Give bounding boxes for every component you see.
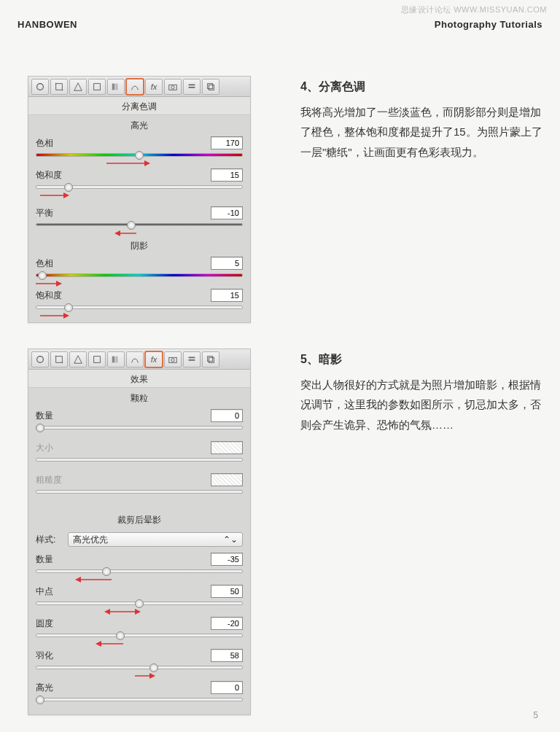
tool-camera-icon[interactable] — [164, 351, 182, 367]
feather-slider[interactable] — [36, 663, 243, 672]
section4-text: 4、分离色调 我将高光增加了一些淡蓝色，而阴影部分则是增加了橙色，整体饱和度都是… — [300, 76, 548, 163]
balance-input[interactable] — [211, 206, 243, 219]
highlight-hue-input[interactable] — [211, 136, 243, 149]
split-toning-panel: fx 分离色调 高光 色相 饱和度 平衡 — [28, 76, 251, 323]
tool-snapshots-icon[interactable] — [202, 79, 219, 95]
roundness-row: 圆度 — [28, 614, 250, 631]
tool-curves-icon[interactable] — [69, 351, 87, 367]
tool-detail-icon[interactable] — [88, 351, 106, 367]
section4-body: 我将高光增加了一些淡蓝色，而阴影部分则是增加了橙色，整体饱和度都是提升了15。为… — [300, 102, 548, 163]
svg-marker-38 — [149, 673, 155, 679]
section5-title: 5、暗影 — [300, 349, 548, 370]
svg-rect-6 — [189, 84, 195, 85]
highlights-slider[interactable] — [36, 696, 243, 704]
midpoint-label: 中点 — [36, 585, 79, 598]
tool-lens-icon[interactable] — [31, 79, 49, 95]
svg-marker-13 — [63, 192, 69, 198]
roundness-label: 圆度 — [36, 618, 79, 630]
highlight-sat-input[interactable] — [211, 168, 243, 182]
roundness-slider[interactable] — [36, 631, 243, 640]
svg-rect-21 — [94, 356, 101, 362]
page-header: HANBOWEN Photography Tutorials — [18, 19, 542, 30]
shadow-hue-slider[interactable] — [36, 271, 243, 280]
feather-input[interactable] — [211, 649, 243, 662]
tool-hsl-icon[interactable] — [107, 79, 125, 95]
v-amount-input[interactable] — [211, 553, 243, 566]
highlight-sat-slider[interactable] — [36, 183, 243, 192]
balance-slider[interactable] — [36, 221, 243, 230]
svg-rect-7 — [189, 87, 195, 88]
grain-amount-input[interactable] — [211, 409, 243, 422]
grain-roughness-input — [211, 473, 243, 486]
svg-marker-17 — [56, 281, 62, 287]
highlight-hue-row: 色相 — [28, 133, 250, 151]
midpoint-row: 中点 — [28, 582, 250, 599]
svg-point-5 — [171, 85, 174, 88]
watermark: 思缘设计论坛 WWW.MISSYUAN.COM — [401, 4, 547, 15]
highlights-input[interactable] — [211, 681, 243, 694]
highlights-row: 高光 — [28, 678, 250, 696]
svg-rect-28 — [208, 356, 213, 361]
section-split-toning: 4、分离色调 我将高光增加了一些淡蓝色，而阴影部分则是增加了橙色，整体饱和度都是… — [28, 76, 538, 323]
size-label: 大小 — [36, 442, 79, 454]
svg-marker-30 — [75, 577, 81, 583]
midpoint-input[interactable] — [211, 585, 243, 598]
shadow-sat-input[interactable] — [211, 289, 243, 302]
chevron-updown-icon: ⌃⌄ — [223, 534, 238, 545]
amount-label: 数量 — [36, 410, 79, 422]
tool-crop-icon[interactable] — [50, 79, 68, 95]
tool-presets-icon[interactable] — [183, 351, 201, 367]
tool-detail-icon[interactable] — [88, 79, 106, 95]
section5-body: 突出人物很好的方式就是为照片增加暗影，根据情况调节，这里我的参数如图所示，切忌加… — [300, 375, 548, 435]
midpoint-slider[interactable] — [36, 599, 243, 608]
tool-split-toning-icon[interactable] — [126, 79, 144, 95]
shadow-hue-input[interactable] — [211, 257, 243, 270]
feather-label: 羽化 — [36, 650, 79, 662]
sat-label: 饱和度 — [36, 169, 79, 182]
panel-title: 分离色调 — [28, 97, 250, 115]
v-amount-label: 数量 — [36, 553, 79, 566]
grain-amount-row: 数量 — [28, 406, 250, 424]
balance-row: 平衡 — [28, 203, 250, 221]
tool-split-toning-icon[interactable] — [126, 351, 144, 367]
tool-fx-icon[interactable]: fx — [145, 79, 163, 95]
roundness-input[interactable] — [211, 617, 243, 630]
svg-marker-32 — [104, 609, 110, 615]
tool-curves-icon[interactable] — [69, 79, 87, 95]
panel-toolbar-2: fx — [28, 349, 250, 370]
highlight-hue-slider[interactable] — [36, 151, 243, 160]
hue-label: 色相 — [36, 137, 79, 149]
tool-crop-icon[interactable] — [50, 351, 68, 367]
svg-marker-14 — [114, 230, 120, 236]
style-select[interactable]: 高光优先 ⌃⌄ — [68, 532, 243, 547]
tool-lens-icon[interactable] — [31, 351, 49, 367]
svg-point-25 — [171, 358, 174, 361]
svg-marker-11 — [144, 160, 150, 166]
tool-snapshots-icon[interactable] — [202, 351, 219, 367]
shadow-sat-slider[interactable] — [36, 303, 243, 312]
grain-amount-slider[interactable] — [36, 424, 243, 432]
svg-rect-26 — [189, 357, 195, 358]
tool-hsl-icon[interactable] — [107, 351, 125, 367]
svg-rect-2 — [112, 83, 115, 90]
svg-marker-35 — [96, 641, 101, 647]
hue-label-2: 色相 — [36, 257, 79, 270]
v-amount-row: 数量 — [28, 550, 250, 567]
svg-point-0 — [37, 83, 44, 90]
svg-rect-27 — [189, 359, 195, 361]
tool-fx-icon[interactable]: fx — [145, 351, 163, 367]
svg-rect-9 — [209, 85, 214, 90]
tool-presets-icon[interactable] — [183, 79, 201, 95]
svg-point-20 — [37, 356, 44, 362]
page-number: 5 — [533, 710, 538, 720]
section-effects: 5、暗影 突出人物很好的方式就是为照片增加暗影，根据情况调节，这里我的参数如图所… — [28, 349, 538, 715]
highlight-sat-row: 饱和度 — [28, 166, 250, 183]
shadow-sat-row: 饱和度 — [28, 286, 250, 303]
grain-roughness-slider — [36, 488, 243, 497]
v-amount-slider[interactable] — [36, 567, 243, 576]
grain-size-row: 大小 — [28, 438, 250, 456]
grain-size-input — [211, 441, 243, 454]
tool-camera-icon[interactable] — [164, 79, 182, 95]
shadow-hue-row: 色相 — [28, 254, 250, 271]
section4-title: 4、分离色调 — [300, 76, 548, 98]
